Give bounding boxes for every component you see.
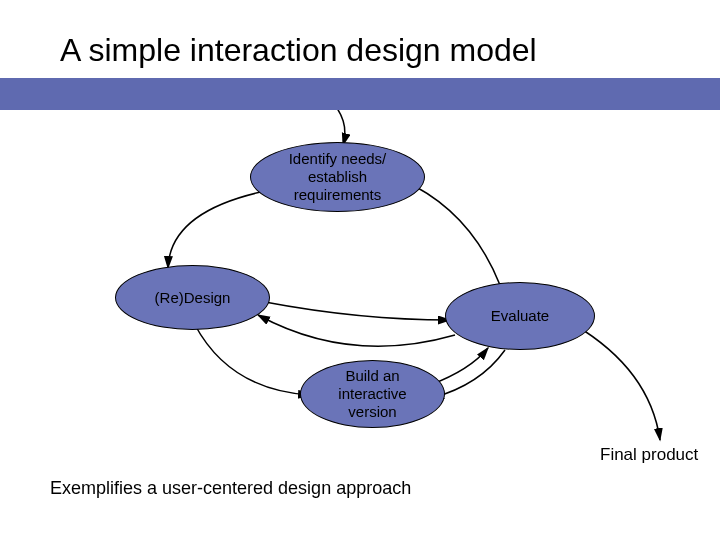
- diagram-area: Identify needs/ establish requirements (…: [0, 110, 720, 490]
- node-evaluate: Evaluate: [445, 282, 595, 350]
- final-product-label: Final product: [600, 445, 698, 465]
- node-redesign: (Re)Design: [115, 265, 270, 330]
- node-identify: Identify needs/ establish requirements: [250, 142, 425, 212]
- title-underline: [0, 78, 720, 110]
- caption: Exemplifies a user-centered design appro…: [50, 478, 411, 499]
- node-redesign-label: (Re)Design: [155, 289, 231, 307]
- node-build-label: Build an interactive version: [338, 367, 406, 421]
- node-identify-label: Identify needs/ establish requirements: [289, 150, 387, 204]
- page-title: A simple interaction design model: [60, 32, 537, 69]
- node-evaluate-label: Evaluate: [491, 307, 549, 325]
- node-build: Build an interactive version: [300, 360, 445, 428]
- title-bar: A simple interaction design model: [0, 0, 720, 110]
